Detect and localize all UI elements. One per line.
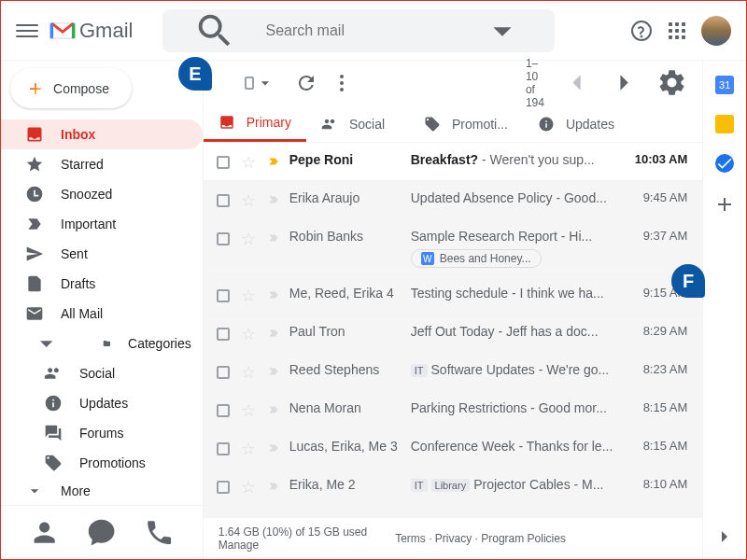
attachment-chip[interactable]: WBees and Honey... xyxy=(411,249,542,268)
people-icon xyxy=(321,116,338,133)
info-icon xyxy=(538,116,555,133)
star-icon[interactable]: ☆ xyxy=(241,152,256,173)
nav-all-mail[interactable]: All Mail xyxy=(1,299,203,329)
important-icon[interactable] xyxy=(267,288,280,304)
important-icon[interactable] xyxy=(267,231,280,247)
email-row[interactable]: ☆Reed StephensITSoftware Updates - We're… xyxy=(204,353,703,391)
svg-point-1 xyxy=(641,35,642,36)
row-checkbox[interactable] xyxy=(217,156,230,169)
next-page-icon[interactable] xyxy=(609,67,640,98)
star-icon[interactable]: ☆ xyxy=(241,362,256,383)
select-all[interactable] xyxy=(245,74,275,92)
nav-more[interactable]: More xyxy=(1,478,203,505)
more-button[interactable] xyxy=(331,72,353,94)
main: + Compose InboxStarredSnoozedImportantSe… xyxy=(1,61,746,559)
prev-page-icon[interactable] xyxy=(561,67,592,98)
important-icon[interactable] xyxy=(267,155,280,171)
nav-drafts[interactable]: Drafts xyxy=(1,269,203,299)
time: 9:45 AM xyxy=(622,189,687,204)
email-row[interactable]: ☆Me, Reed, Erika 4Testing schedule - I t… xyxy=(204,276,703,315)
subnav-social[interactable]: Social xyxy=(1,358,203,388)
label-chip: IT xyxy=(411,479,428,492)
keep-icon[interactable] xyxy=(715,115,734,133)
important-icon[interactable] xyxy=(267,193,280,209)
nav-inbox[interactable]: Inbox xyxy=(1,119,203,149)
star-icon[interactable]: ☆ xyxy=(241,324,256,344)
email-row[interactable]: ☆Erika, Me 2ITLibraryProjector Cables - … xyxy=(204,468,703,506)
menu-icon[interactable] xyxy=(16,20,38,42)
dropdown-icon[interactable] xyxy=(463,9,542,52)
nav-label: Categories xyxy=(128,336,191,351)
nav-starred[interactable]: Starred xyxy=(1,149,203,179)
callout-f: F xyxy=(671,264,705,298)
add-icon[interactable] xyxy=(713,193,736,216)
star-icon[interactable]: ☆ xyxy=(241,190,256,211)
email-row[interactable]: ☆Paul TronJeff Out Today - Jeff has a do… xyxy=(204,315,703,353)
settings-icon[interactable] xyxy=(656,67,687,98)
row-checkbox[interactable] xyxy=(217,232,230,245)
refresh-button[interactable] xyxy=(295,72,317,94)
star-icon[interactable]: ☆ xyxy=(241,229,256,249)
important-icon[interactable] xyxy=(267,365,280,381)
row-checkbox[interactable] xyxy=(217,481,230,494)
email-row[interactable]: ☆Pepe RoniBreakfast? - Weren't you sup..… xyxy=(204,143,703,181)
search-bar[interactable] xyxy=(162,9,555,52)
row-checkbox[interactable] xyxy=(217,366,230,379)
terms-link[interactable]: Terms xyxy=(395,532,426,545)
phone-icon[interactable] xyxy=(144,517,175,548)
tab-social[interactable]: Social xyxy=(306,105,409,142)
important-icon[interactable] xyxy=(267,403,280,419)
content: 1–10 of 194 PrimarySocialPromoti...Updat… xyxy=(203,61,703,559)
row-checkbox[interactable] xyxy=(217,328,230,341)
nav-sent[interactable]: Sent xyxy=(1,239,203,269)
email-row[interactable]: ☆Robin BanksSample Research Report - Hi.… xyxy=(204,219,703,276)
chevron-right-icon[interactable] xyxy=(713,525,736,548)
snippet: - Weren't you sup... xyxy=(478,152,595,167)
email-row[interactable]: ☆Educator's WeeklyNewslettersModern Nonf… xyxy=(204,506,703,517)
row-checkbox[interactable] xyxy=(217,442,230,455)
nav-categories[interactable]: Categories xyxy=(1,329,203,358)
policies-link[interactable]: Program Policies xyxy=(481,532,566,545)
privacy-link[interactable]: Privacy xyxy=(435,532,472,545)
tab-primary[interactable]: Primary xyxy=(204,105,306,142)
subnav-promotions[interactable]: Promotions xyxy=(1,448,203,478)
email-row[interactable]: ☆Erika AraujoUpdated Absence Policy - Go… xyxy=(204,181,703,219)
tab-promoti[interactable]: Promoti... xyxy=(409,105,523,142)
snippet: - Good mor... xyxy=(527,400,607,415)
subnav-forums[interactable]: Forums xyxy=(1,418,203,448)
snippet: - I think we ha... xyxy=(508,286,604,301)
nav-snoozed[interactable]: Snoozed xyxy=(1,179,203,209)
star-icon[interactable]: ☆ xyxy=(241,439,256,459)
person-icon[interactable] xyxy=(29,517,60,548)
tasks-icon[interactable] xyxy=(715,154,734,173)
row-checkbox[interactable] xyxy=(217,289,230,302)
important-icon[interactable] xyxy=(267,441,280,457)
logo[interactable]: Gmail xyxy=(49,19,133,43)
important-icon[interactable] xyxy=(267,327,280,343)
subnav-updates[interactable]: Updates xyxy=(1,388,203,418)
sender: Erika Araujo xyxy=(289,189,402,205)
star-icon[interactable]: ☆ xyxy=(241,477,256,497)
row-checkbox[interactable] xyxy=(217,404,230,417)
email-row[interactable]: ☆Nena MoranParking Restrictions - Good m… xyxy=(204,391,703,429)
star-icon[interactable]: ☆ xyxy=(241,400,256,421)
subject: Projector Cables xyxy=(473,477,571,492)
calendar-icon[interactable]: 31 xyxy=(715,76,734,94)
compose-button[interactable]: + Compose xyxy=(10,68,132,108)
tab-updates[interactable]: Updates xyxy=(523,105,629,142)
nav-important[interactable]: Important xyxy=(1,209,203,239)
row-checkbox[interactable] xyxy=(217,194,230,207)
email-row[interactable]: ☆Lucas, Erika, Me 3Conference Week - Tha… xyxy=(204,429,703,468)
manage-link[interactable]: Manage xyxy=(218,539,259,552)
star-icon[interactable]: ☆ xyxy=(241,286,256,306)
apps-icon[interactable] xyxy=(666,20,688,42)
search-input[interactable] xyxy=(265,22,452,39)
pagination-text: 1–10 of 194 xyxy=(526,57,544,109)
avatar[interactable] xyxy=(701,16,731,46)
sender: Paul Tron xyxy=(289,322,402,339)
svg-point-3 xyxy=(340,75,344,78)
hangouts-icon[interactable] xyxy=(86,517,117,548)
subject: Jeff Out Today xyxy=(411,324,499,339)
help-icon[interactable] xyxy=(630,20,653,42)
important-icon[interactable] xyxy=(267,480,280,496)
